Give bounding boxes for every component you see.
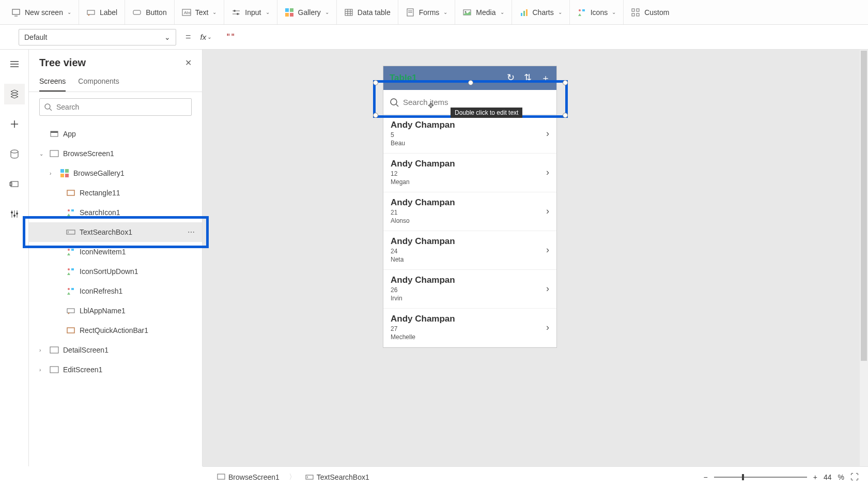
label-button[interactable]: Label [79,0,125,24]
svg-point-47 [45,104,50,109]
left-rail [0,50,29,466]
row-value: 21 [391,209,455,216]
tree-item-label: SearchIcon1 [80,208,120,217]
media-rail-button[interactable] [4,174,25,194]
row-name: Andy Champan [391,236,455,247]
svg-rect-53 [65,169,69,173]
gallery-row[interactable]: Andy Champan21Alonso› [383,192,556,231]
tree-item-label: RectQuickActionBar1 [80,326,148,334]
tree-item-rectquickactionbar1[interactable]: RectQuickActionBar1 [29,321,202,340]
svg-rect-24 [521,13,522,16]
icons-label: Icons [591,8,608,17]
move-cursor-icon: ✥ [428,101,434,110]
add-icon[interactable]: ＋ [541,72,550,84]
tree-item-searchicon1[interactable]: SearchIcon1 [29,203,202,222]
gallery-row[interactable]: Andy Champan24Neta› [383,231,556,270]
tree-item-rectangle11[interactable]: Rectangle11 [29,183,202,203]
tree-view-button[interactable] [4,84,25,104]
hamburger-button[interactable] [4,54,25,74]
custom-button[interactable]: Custom [624,0,676,24]
row-value: 5 [391,131,455,139]
close-panel-button[interactable]: ✕ [185,58,192,68]
tree-item-browsescreen1[interactable]: ⌄BrowseScreen1 [29,144,202,163]
breadcrumb-screen[interactable]: BrowseScreen1 [212,471,285,483]
formula-value[interactable]: "" [218,33,235,42]
media-button[interactable]: Media ⌄ [455,0,512,24]
charts-label: Charts [533,8,554,17]
breadcrumb-control[interactable]: TextSearchBox1 [300,471,375,483]
datatable-button[interactable]: Data table [337,0,398,24]
screen-icon [11,8,21,17]
canvas[interactable]: Table1 ↻ ⇅ ＋ Andy Champan5Beau›Andy Cham… [203,50,868,466]
tree-search-input[interactable] [56,103,187,111]
tree-item-iconnewitem1[interactable]: IconNewItem1 [29,242,202,262]
svg-rect-28 [582,9,585,11]
forms-button[interactable]: Forms ⌄ [398,0,456,24]
text-button[interactable]: Abc Text ⌄ [175,0,225,24]
row-name: Andy Champan [391,197,455,208]
svg-rect-10 [285,8,289,12]
svg-rect-74 [306,475,313,479]
icons-icon [577,8,586,17]
zoom-unit: % [838,473,844,481]
button-button[interactable]: Button [125,0,174,24]
svg-rect-62 [71,249,74,251]
chevron-right-icon: › [546,167,549,178]
zoom-in-button[interactable]: + [813,473,817,481]
input-icon [231,8,241,17]
svg-rect-3 [133,10,141,14]
gallery-row[interactable]: Andy Champan5Beau› [383,115,556,154]
scrollbar[interactable] [860,50,868,466]
row-sub: Mechelle [391,333,455,341]
search-input[interactable] [403,98,550,106]
insert-button[interactable] [4,114,25,134]
svg-point-63 [68,268,70,270]
gallery-button[interactable]: Gallery ⌄ [277,0,337,24]
tree-search[interactable] [39,98,192,116]
svg-point-61 [68,249,70,251]
icons-button[interactable]: Icons ⌄ [570,0,624,24]
tree-item-label: LblAppName1 [80,307,126,315]
tree-item-label: BrowseScreen1 [63,149,114,158]
chevron-right-icon: › [546,322,549,333]
refresh-icon[interactable]: ↻ [507,72,515,84]
datatable-label: Data table [358,8,391,17]
gallery-row[interactable]: Andy Champan27Mechelle› [383,309,556,347]
sort-icon[interactable]: ⇅ [524,72,532,84]
more-button[interactable]: ⋯ [188,228,196,236]
tree-item-icon [66,247,75,256]
fx-button[interactable]: fx ⌄ [200,33,212,41]
gallery-row[interactable]: Andy Champan26Irvin› [383,270,556,309]
row-name: Andy Champan [391,120,455,130]
svg-point-45 [13,215,16,217]
text-label: Text [195,8,209,17]
gallery-row[interactable]: Andy Champan12Megan› [383,154,556,192]
property-selector[interactable]: Default ⌄ [19,29,176,45]
tree-item-detailscreen1[interactable]: ›DetailScreen1 [29,340,202,360]
data-button[interactable] [4,144,25,164]
tree-item-editscreen1[interactable]: ›EditScreen1 [29,360,202,379]
tree-item-icon [50,365,59,374]
tree-item-textsearchbox1[interactable]: TextSearchBox1⋯ [29,222,202,242]
chevron-down-icon: ⌄ [266,9,270,15]
tree-item-iconrefresh1[interactable]: IconRefresh1 [29,281,202,301]
tree-item-app[interactable]: App [29,124,202,144]
tree-item-label: IconRefresh1 [80,287,122,295]
zoom-out-button[interactable]: − [704,473,708,481]
zoom-slider[interactable] [714,477,807,478]
new-screen-button[interactable]: New screen ⌄ [4,0,79,24]
tab-components[interactable]: Components [78,73,119,92]
advanced-button[interactable] [4,204,25,224]
tree-item-iconsortupdown1[interactable]: IconSortUpDown1 [29,262,202,281]
tree-item-icon [66,208,75,217]
tab-screens[interactable]: Screens [39,73,66,92]
input-button[interactable]: Input ⌄ [224,0,277,24]
gallery-icon [285,8,294,17]
tree-item-browsegallery1[interactable]: ›BrowseGallery1 [29,163,202,183]
fullscreen-button[interactable]: ⛶ [850,473,859,482]
charts-button[interactable]: Charts ⌄ [512,0,570,24]
chevron-right-icon: › [546,206,549,217]
row-value: 12 [391,170,455,177]
svg-point-27 [579,9,581,11]
tree-item-lblappname1[interactable]: LblAppName1 [29,301,202,321]
